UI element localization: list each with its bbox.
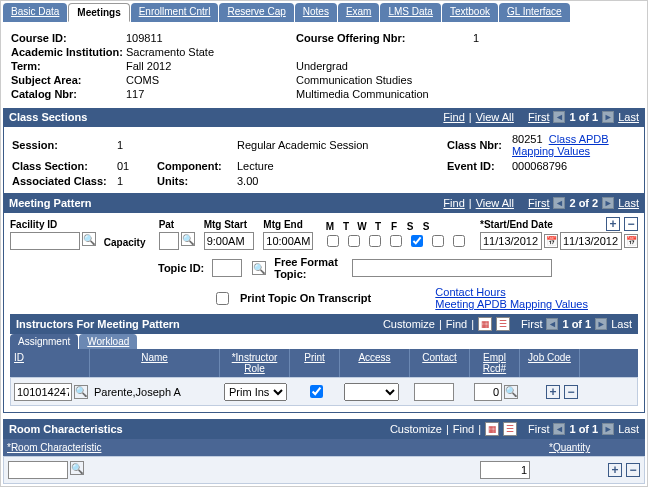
rc-first[interactable]: First xyxy=(528,423,549,435)
mp-add-row-button[interactable]: + xyxy=(606,217,620,231)
tab-basic-data[interactable]: Basic Data xyxy=(3,3,67,22)
print-topic-checkbox[interactable] xyxy=(216,292,229,305)
rc-zoom-icon[interactable]: ▦ xyxy=(485,422,499,436)
free-format-input[interactable] xyxy=(352,259,552,277)
mp-prev-icon[interactable]: ◄ xyxy=(553,197,565,209)
day-t-checkbox[interactable] xyxy=(348,235,360,247)
tab-meetings[interactable]: Meetings xyxy=(68,3,129,22)
room-char-lookup-icon[interactable]: 🔍 xyxy=(70,461,84,475)
mp-view-all[interactable]: View All xyxy=(476,197,514,209)
instructors-bar: Instructors For Meeting Pattern Customiz… xyxy=(10,314,638,334)
mp-delete-row-button[interactable]: − xyxy=(624,217,638,231)
instructors-next-icon[interactable]: ► xyxy=(595,318,607,330)
meeting-apdb-link[interactable]: Meeting APDB Mapping Values xyxy=(435,298,588,310)
topic-id-input[interactable] xyxy=(212,259,242,277)
instructor-add-row-button[interactable]: + xyxy=(546,385,560,399)
day-m-checkbox[interactable] xyxy=(327,235,339,247)
col-room-characteristic[interactable]: *Room Characteristic xyxy=(3,439,545,456)
start-date-input[interactable] xyxy=(480,232,542,250)
instructor-delete-row-button[interactable]: − xyxy=(564,385,578,399)
instructor-print-checkbox[interactable] xyxy=(310,385,323,398)
rc-download-icon[interactable]: ☰ xyxy=(503,422,517,436)
instructor-access-select[interactable] xyxy=(344,383,399,401)
rc-last[interactable]: Last xyxy=(618,423,639,435)
pat-lookup-icon[interactable]: 🔍 xyxy=(181,232,195,246)
day-su-checkbox[interactable] xyxy=(453,235,465,247)
end-date-input[interactable] xyxy=(560,232,622,250)
day-sa-checkbox[interactable] xyxy=(432,235,444,247)
session-label: Session: xyxy=(12,139,117,151)
tab-notes[interactable]: Notes xyxy=(295,3,337,22)
rc-delete-row-button[interactable]: − xyxy=(626,463,640,477)
start-date-calendar-icon[interactable]: 📅 xyxy=(544,234,558,248)
day-th-checkbox[interactable] xyxy=(390,235,402,247)
day-f-checkbox[interactable] xyxy=(411,235,423,247)
tab-reserve-cap[interactable]: Reserve Cap xyxy=(219,3,293,22)
class-sections-view-all[interactable]: View All xyxy=(476,111,514,123)
tab-exam[interactable]: Exam xyxy=(338,3,380,22)
course-header: Course ID: 109811 Course Offering Nbr: 1… xyxy=(3,30,645,108)
end-date-calendar-icon[interactable]: 📅 xyxy=(624,234,638,248)
instructors-download-icon[interactable]: ☰ xyxy=(496,317,510,331)
mp-find[interactable]: Find xyxy=(443,197,464,209)
class-sections-prev-icon[interactable]: ◄ xyxy=(553,111,565,123)
instructor-contact-input[interactable] xyxy=(414,383,454,401)
col-contact[interactable]: Contact xyxy=(410,349,470,377)
col-name[interactable]: Name xyxy=(90,349,220,377)
mp-first[interactable]: First xyxy=(528,197,549,209)
subtab-assignment[interactable]: Assignment xyxy=(10,334,78,349)
day-sa-label: S xyxy=(403,221,417,232)
class-sections-first[interactable]: First xyxy=(528,111,549,123)
col-empl-rcd[interactable]: Empl Rcd# xyxy=(470,349,520,377)
rc-next-icon[interactable]: ► xyxy=(602,423,614,435)
instructors-prev-icon[interactable]: ◄ xyxy=(546,318,558,330)
col-id[interactable]: ID xyxy=(10,349,90,377)
pat-input[interactable] xyxy=(159,232,179,250)
tab-gl-interface[interactable]: GL Interface xyxy=(499,3,570,22)
rc-prev-icon[interactable]: ◄ xyxy=(553,423,565,435)
tab-lms-data[interactable]: LMS Data xyxy=(380,3,440,22)
mtg-start-input[interactable] xyxy=(204,232,254,250)
day-w-checkbox[interactable] xyxy=(369,235,381,247)
instructors-count: 1 of 1 xyxy=(562,318,591,330)
course-id-value: 109811 xyxy=(126,32,296,44)
col-print[interactable]: Print xyxy=(290,349,340,377)
facility-id-lookup-icon[interactable]: 🔍 xyxy=(82,232,96,246)
room-char-title: Room Characteristics xyxy=(9,423,123,435)
tab-enrollment-cntrl[interactable]: Enrollment Cntrl xyxy=(131,3,219,22)
facility-id-input[interactable] xyxy=(10,232,80,250)
room-char-input[interactable] xyxy=(8,461,68,479)
instructor-id-lookup-icon[interactable]: 🔍 xyxy=(74,385,88,399)
room-qty-input[interactable] xyxy=(480,461,530,479)
instructor-empl-rcd-input[interactable] xyxy=(474,383,502,401)
contact-hours-link[interactable]: Contact Hours xyxy=(435,286,505,298)
class-sections-next-icon[interactable]: ► xyxy=(602,111,614,123)
instructor-id-input[interactable] xyxy=(14,383,72,401)
col-instructor-role[interactable]: *Instructor Role xyxy=(220,349,290,377)
mp-next-icon[interactable]: ► xyxy=(602,197,614,209)
instructors-customize[interactable]: Customize xyxy=(383,318,435,330)
col-access[interactable]: Access xyxy=(340,349,410,377)
col-quantity[interactable]: *Quantity xyxy=(545,439,645,456)
instructor-role-select[interactable]: Prim Ins xyxy=(224,383,287,401)
rc-customize[interactable]: Customize xyxy=(390,423,442,435)
subtab-workload[interactable]: Workload xyxy=(79,334,137,349)
instructor-empl-rcd-lookup-icon[interactable]: 🔍 xyxy=(504,385,518,399)
mtg-end-input[interactable] xyxy=(263,232,313,250)
class-sections-last[interactable]: Last xyxy=(618,111,639,123)
tab-textbook[interactable]: Textbook xyxy=(442,3,498,22)
instructors-first[interactable]: First xyxy=(521,318,542,330)
instructors-last[interactable]: Last xyxy=(611,318,632,330)
day-w-label: W xyxy=(355,221,369,232)
col-job-code[interactable]: Job Code xyxy=(520,349,580,377)
class-sections-find[interactable]: Find xyxy=(443,111,464,123)
day-th-label: T xyxy=(371,221,385,232)
rc-find[interactable]: Find xyxy=(453,423,474,435)
mp-last[interactable]: Last xyxy=(618,197,639,209)
topic-id-lookup-icon[interactable]: 🔍 xyxy=(252,261,266,275)
instructors-find[interactable]: Find xyxy=(446,318,467,330)
instructors-zoom-icon[interactable]: ▦ xyxy=(478,317,492,331)
event-id-value: 000068796 xyxy=(512,160,642,172)
class-section-value: 01 xyxy=(117,160,157,172)
rc-add-row-button[interactable]: + xyxy=(608,463,622,477)
